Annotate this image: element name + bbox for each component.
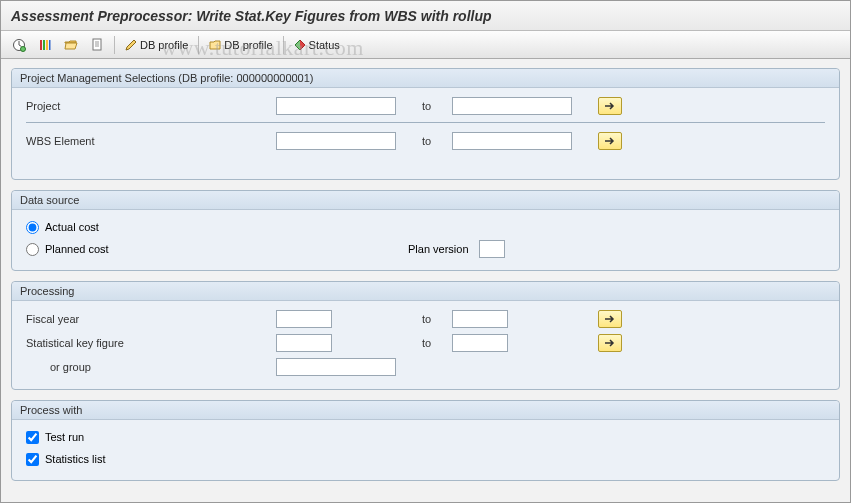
actual-cost-label: Actual cost [45, 221, 99, 233]
skf-to-input[interactable] [452, 334, 508, 352]
project-to-input[interactable] [452, 97, 572, 115]
status-label: Status [309, 39, 340, 51]
svg-point-1 [21, 46, 26, 51]
toolbar-separator [198, 36, 199, 54]
arrow-right-icon [604, 101, 616, 111]
pencil-icon [125, 39, 137, 51]
svg-rect-3 [43, 40, 45, 50]
test-run-checkbox[interactable] [26, 431, 39, 444]
project-from-input[interactable] [276, 97, 396, 115]
actual-cost-radio[interactable] [26, 221, 39, 234]
db-profile-edit-label: DB profile [140, 39, 188, 51]
folder-icon [209, 39, 221, 51]
statistics-list-label: Statistics list [45, 453, 106, 465]
group-title: Process with [12, 401, 839, 420]
toolbar-separator [114, 36, 115, 54]
fiscal-year-label: Fiscal year [26, 313, 276, 325]
group-processing: Processing Fiscal year to Statistical ke… [11, 281, 840, 390]
title-bar: Assessment Preprocessor: Write Stat.Key … [1, 1, 850, 31]
project-multiple-selection-button[interactable] [598, 97, 622, 115]
group-project-management: Project Management Selections (DB profil… [11, 68, 840, 180]
db-profile-edit-button[interactable]: DB profile [120, 35, 193, 55]
svg-rect-5 [49, 40, 51, 50]
skf-multiple-selection-button[interactable] [598, 334, 622, 352]
wbs-to-input[interactable] [452, 132, 572, 150]
folder-open-icon [64, 38, 78, 52]
wbs-label: WBS Element [26, 135, 276, 147]
group-title: Data source [12, 191, 839, 210]
fiscal-year-to-input[interactable] [452, 310, 508, 328]
group-process-with: Process with Test run Statistics list [11, 400, 840, 481]
svg-rect-2 [40, 40, 42, 50]
divider [26, 122, 825, 123]
to-label: to [416, 135, 452, 147]
fiscal-year-from-input[interactable] [276, 310, 332, 328]
arrow-right-icon [604, 136, 616, 146]
status-button[interactable]: Status [289, 35, 345, 55]
variant-button[interactable] [33, 35, 57, 55]
selection-options-button[interactable] [85, 35, 109, 55]
toolbar-separator [283, 36, 284, 54]
to-label: to [416, 337, 452, 349]
arrow-right-icon [604, 314, 616, 324]
arrow-right-icon [604, 338, 616, 348]
project-label: Project [26, 100, 276, 112]
to-label: to [416, 313, 452, 325]
group-data-source: Data source Actual cost Planned cost Pla… [11, 190, 840, 271]
document-icon [90, 38, 104, 52]
fiscal-year-multiple-selection-button[interactable] [598, 310, 622, 328]
get-variant-button[interactable] [59, 35, 83, 55]
plan-version-label: Plan version [408, 243, 469, 255]
db-profile-choose-label: DB profile [224, 39, 272, 51]
planned-cost-label: Planned cost [45, 243, 109, 255]
skf-from-input[interactable] [276, 334, 332, 352]
skf-label: Statistical key figure [26, 337, 276, 349]
group-title: Project Management Selections (DB profil… [12, 69, 839, 88]
clock-execute-icon [12, 38, 26, 52]
execute-button[interactable] [7, 35, 31, 55]
plan-version-input[interactable] [479, 240, 505, 258]
svg-rect-4 [46, 40, 48, 50]
to-label: to [416, 100, 452, 112]
statistics-list-checkbox[interactable] [26, 453, 39, 466]
wbs-multiple-selection-button[interactable] [598, 132, 622, 150]
page-title: Assessment Preprocessor: Write Stat.Key … [11, 8, 840, 24]
wbs-from-input[interactable] [276, 132, 396, 150]
group-title: Processing [12, 282, 839, 301]
planned-cost-radio[interactable] [26, 243, 39, 256]
status-diamond-icon [294, 39, 306, 51]
content-area: Project Management Selections (DB profil… [1, 59, 850, 490]
application-toolbar: DB profile DB profile Status [1, 31, 850, 59]
test-run-label: Test run [45, 431, 84, 443]
skf-group-input[interactable] [276, 358, 396, 376]
variant-bars-icon [38, 38, 52, 52]
skf-group-label: or group [26, 361, 276, 373]
db-profile-choose-button[interactable]: DB profile [204, 35, 277, 55]
